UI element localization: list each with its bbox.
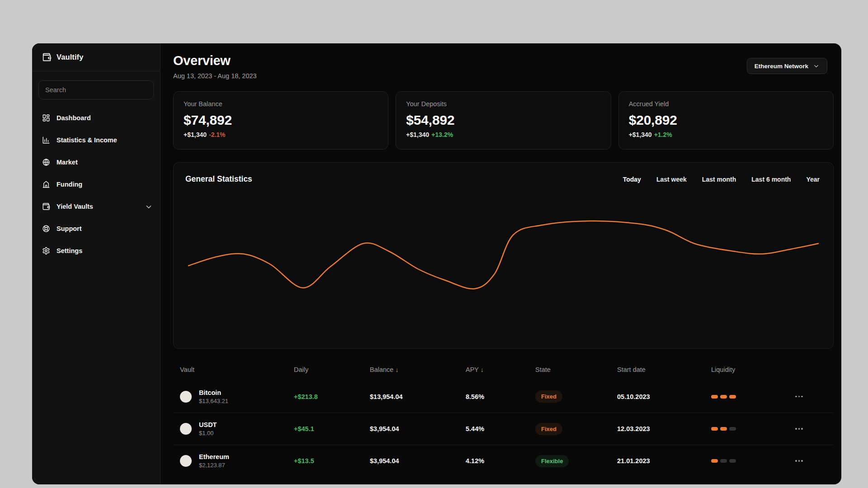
liquidity-indicator [711, 427, 793, 431]
column-header-start-date: Start date [617, 366, 711, 373]
apy-value: 8.56% [466, 393, 535, 400]
table-row-usdt[interactable]: USDT$1.00+$45.1$3,954.045.44%Fixed12.03.… [173, 413, 834, 445]
wallet-logo-icon [42, 52, 52, 62]
stat-value: $74,892 [184, 113, 378, 128]
start-date: 12.03.2023 [617, 425, 711, 432]
page-header: Overview Aug 13, 2023 - Aug 18, 2023 Eth… [173, 53, 834, 80]
sidebar-item-label: Market [57, 159, 78, 166]
vault-name: USDT [199, 421, 217, 428]
dashboard-icon [42, 114, 50, 122]
stat-card-your-balance: Your Balance$74,892+$1,340-2.1% [173, 91, 388, 150]
statistics-icon [42, 136, 50, 144]
apy-value: 5.44% [466, 425, 535, 432]
sidebar-item-yield-vaults[interactable]: Yield Vaults [32, 195, 160, 217]
state-cell: Flexible [535, 455, 617, 467]
date-range: Aug 13, 2023 - Aug 18, 2023 [173, 72, 257, 80]
vault-name: Bitcoin [199, 389, 228, 396]
daily-change: +$13.5 [294, 457, 370, 465]
vault-cell: Ethereum$2,123.87 [173, 453, 294, 469]
sidebar-item-market[interactable]: Market [32, 151, 160, 173]
table-row-ethereum[interactable]: Ethereum$2,123.87+$13.5$3,954.044.12%Fle… [173, 445, 834, 477]
stat-change: +$1,340-2.1% [184, 131, 378, 138]
sidebar-item-statistics-income[interactable]: Statistics & Income [32, 129, 160, 151]
column-header-balance[interactable]: Balance ↓ [370, 366, 466, 373]
chart-title: General Statistics [185, 174, 252, 184]
stat-delta: -2.1% [209, 131, 226, 138]
row-menu-button[interactable] [793, 460, 807, 462]
row-menu-button[interactable] [793, 396, 807, 398]
stat-value: $54,892 [406, 113, 600, 128]
search-input[interactable] [38, 80, 154, 99]
start-date: 05.10.2023 [617, 393, 711, 400]
balance-value: $13,954.04 [370, 393, 466, 400]
start-date: 21.01.2023 [617, 457, 711, 465]
network-selector[interactable]: Ethereum Network [747, 58, 827, 74]
stat-label: Your Balance [184, 100, 378, 108]
state-cell: Fixed [535, 390, 617, 403]
filter-last-week[interactable]: Last week [656, 176, 687, 183]
column-header-state: State [535, 366, 617, 373]
coin-avatar [180, 455, 192, 467]
column-header-vault: Vault [173, 366, 294, 373]
state-cell: Fixed [535, 423, 617, 435]
liquidity-segment [729, 427, 736, 431]
row-menu-button[interactable] [793, 428, 807, 430]
column-header-liquidity: Liquidity [711, 366, 793, 373]
main-content: Overview Aug 13, 2023 - Aug 18, 2023 Eth… [160, 43, 841, 484]
table-row-bitcoin[interactable]: Bitcoin$13,643.21+$213.8$13,954.048.56%F… [173, 380, 834, 413]
liquidity-segment [729, 459, 736, 463]
liquidity-segment [720, 459, 727, 463]
filter-year[interactable]: Year [806, 176, 820, 183]
liquidity-segment [711, 395, 718, 399]
vault-price: $13,643.21 [199, 398, 228, 404]
app-logo: Vaultify [32, 43, 160, 71]
sidebar-item-label: Dashboard [57, 114, 91, 122]
state-badge: Fixed [535, 390, 562, 403]
sidebar-item-label: Settings [57, 247, 82, 254]
column-header-daily: Daily [294, 366, 370, 373]
balance-value: $3,954.04 [370, 425, 466, 432]
liquidity-segment [711, 427, 718, 431]
liquidity-segment [720, 427, 727, 431]
sidebar-nav: DashboardStatistics & IncomeMarketFundin… [32, 107, 160, 262]
filter-last-month[interactable]: Last month [702, 176, 736, 183]
funding-icon [42, 180, 50, 188]
sidebar-item-dashboard[interactable]: Dashboard [32, 107, 160, 129]
network-selector-label: Ethereum Network [755, 63, 808, 70]
state-badge: Fixed [535, 423, 562, 435]
chevron-down-icon [813, 63, 820, 70]
filter-last-6-month[interactable]: Last 6 month [751, 176, 791, 183]
stat-change: +$1,340+1.2% [629, 131, 823, 138]
statistics-line-chart [185, 214, 827, 300]
stat-label: Your Deposits [406, 100, 600, 108]
sidebar: Vaultify DashboardStatistics & IncomeMar… [32, 43, 160, 484]
sidebar-item-label: Yield Vaults [57, 203, 93, 210]
daily-change: +$213.8 [294, 393, 370, 400]
globe-icon [42, 158, 50, 166]
balance-value: $3,954.04 [370, 457, 466, 465]
general-statistics-card: General Statistics TodayLast weekLast mo… [173, 162, 834, 349]
stat-label: Accrued Yield [629, 100, 823, 108]
coin-avatar [180, 391, 192, 403]
sidebar-item-funding[interactable]: Funding [32, 173, 160, 195]
stat-delta: +13.2% [431, 131, 453, 138]
stats-row: Your Balance$74,892+$1,340-2.1%Your Depo… [173, 91, 834, 150]
chart-line [189, 221, 818, 289]
sidebar-item-settings[interactable]: Settings [32, 239, 160, 262]
chart-time-filters: TodayLast weekLast monthLast 6 monthYear [623, 176, 820, 183]
liquidity-segment [720, 395, 727, 399]
sidebar-item-support[interactable]: Support [32, 217, 160, 239]
vault-price: $2,123.87 [199, 462, 229, 469]
stat-change: +$1,340+13.2% [406, 131, 600, 138]
vault-cell: Bitcoin$13,643.21 [173, 389, 294, 404]
chevron-down-icon [145, 203, 152, 210]
sidebar-item-label: Support [57, 225, 82, 232]
column-header-apy[interactable]: APY ↓ [466, 366, 535, 373]
filter-today[interactable]: Today [623, 176, 641, 183]
daily-change: +$45.1 [294, 425, 370, 432]
stat-value: $20,892 [629, 113, 823, 128]
vaults-table: VaultDailyBalance ↓APY ↓StateStart dateL… [173, 359, 834, 477]
table-header-row: VaultDailyBalance ↓APY ↓StateStart dateL… [173, 359, 834, 380]
stat-card-your-deposits: Your Deposits$54,892+$1,340+13.2% [396, 91, 611, 150]
app-panel: Vaultify DashboardStatistics & IncomeMar… [32, 43, 841, 484]
